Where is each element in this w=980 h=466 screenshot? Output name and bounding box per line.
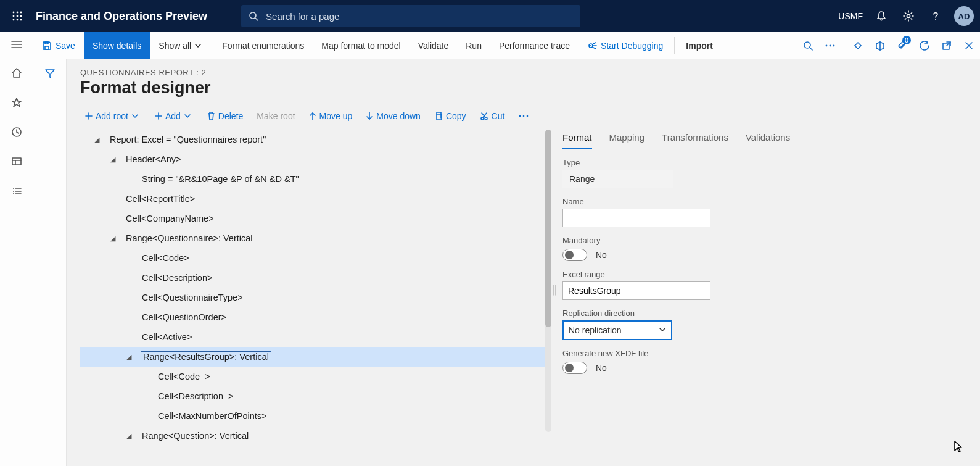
tree-node[interactable]: Cell<Description> (80, 268, 549, 288)
name-input[interactable] (562, 209, 710, 227)
nav-rail (0, 59, 33, 466)
format-tree[interactable]: ◢Report: Excel = "Questionnaires report"… (80, 130, 549, 446)
help-button[interactable] (923, 4, 948, 28)
save-button[interactable]: Save (33, 32, 84, 59)
copy-label: Copy (446, 111, 466, 121)
tree-node-label: Cell<Code_> (157, 371, 212, 382)
company-selector[interactable]: USMF (838, 11, 863, 21)
tree-expand-icon[interactable]: ◢ (107, 156, 118, 164)
nav-toggle-button[interactable] (11, 40, 22, 51)
tree-node[interactable]: Cell<Code> (80, 248, 549, 268)
workspaces-icon[interactable] (9, 154, 24, 169)
xfdf-toggle[interactable] (562, 362, 587, 374)
copy-button[interactable]: Copy (429, 109, 471, 123)
show-all-button[interactable]: Show all (150, 32, 213, 59)
breadcrumb[interactable]: QUESTIONNAIRES REPORT : 2 (80, 68, 980, 77)
global-search-input[interactable] (265, 10, 573, 22)
mandatory-value: No (596, 250, 607, 260)
mandatory-toggle[interactable] (562, 249, 587, 261)
tree-node[interactable]: Cell<QuestionnaireType> (80, 288, 549, 307)
run-button[interactable]: Run (457, 32, 490, 59)
chevron-down-icon (659, 325, 666, 335)
add-button[interactable]: Add (150, 109, 199, 123)
tab-transformations[interactable]: Transformations (662, 130, 728, 149)
svg-point-24 (833, 44, 835, 46)
debug-icon (587, 41, 597, 51)
tab-format[interactable]: Format (562, 130, 592, 149)
app-header: Finance and Operations Preview USMF AD (0, 0, 980, 32)
tab-validations[interactable]: Validations (746, 130, 790, 149)
start-debugging-button[interactable]: Start Debugging (579, 32, 672, 59)
tree-node[interactable]: ◢Range<Question>: Vertical (80, 426, 549, 446)
xfdf-value: No (596, 363, 607, 373)
global-search[interactable] (241, 5, 580, 27)
tree-node-label: Header<Any> (125, 154, 182, 165)
cut-button[interactable]: Cut (475, 109, 510, 123)
more-actions-button[interactable] (513, 112, 537, 120)
settings-button[interactable] (896, 4, 921, 28)
tree-node[interactable]: ◢Range<ResultsGroup>: Vertical (80, 347, 549, 367)
tree-node[interactable]: String = "&R&10Page &P of &N &D &T" (80, 169, 549, 189)
tree-expand-icon[interactable]: ◢ (123, 432, 134, 440)
performance-trace-button[interactable]: Performance trace (490, 32, 579, 59)
map-format-button[interactable]: Map format to model (313, 32, 409, 59)
attachments-button[interactable]: 0 (891, 32, 913, 59)
svg-point-23 (830, 44, 831, 46)
format-enumerations-button[interactable]: Format enumerations (213, 32, 313, 59)
tree-expand-icon[interactable]: ◢ (107, 235, 118, 243)
favorites-icon[interactable] (9, 95, 24, 110)
close-button[interactable] (958, 32, 980, 59)
command-bar: Save Show details Show all Format enumer… (0, 32, 980, 59)
svg-rect-31 (12, 158, 21, 165)
move-up-button[interactable]: Move up (304, 109, 358, 123)
replication-select[interactable]: No replication (562, 320, 672, 340)
cursor-icon (954, 441, 963, 455)
tree-node[interactable]: Cell<MaxNumberOfPoints> (80, 406, 549, 426)
cut-label: Cut (492, 111, 505, 121)
add-label: Add (165, 111, 181, 121)
personalize-button[interactable] (847, 32, 869, 59)
page-options-button[interactable] (869, 32, 891, 59)
add-root-button[interactable]: Add root (80, 109, 146, 123)
tree-node[interactable]: ◢Header<Any> (80, 149, 549, 169)
tree-node[interactable]: Cell<Active> (80, 327, 549, 347)
tab-mapping[interactable]: Mapping (609, 130, 645, 149)
page-body: QUESTIONNAIRES REPORT : 2 Format designe… (0, 59, 980, 466)
tree-node[interactable]: Cell<Code_> (80, 367, 549, 386)
tree-node[interactable]: Cell<QuestionOrder> (80, 307, 549, 327)
overflow-button[interactable] (819, 32, 841, 59)
tree-node[interactable]: Cell<CompanyName> (80, 209, 549, 228)
validate-button[interactable]: Validate (410, 32, 458, 59)
tree-node[interactable]: ◢Range<Questionnaire>: Vertical (80, 228, 549, 248)
excel-range-input[interactable] (562, 281, 710, 300)
tree-expand-icon[interactable]: ◢ (91, 136, 102, 144)
refresh-button[interactable] (913, 32, 936, 59)
app-launcher-button[interactable] (6, 5, 28, 27)
modules-icon[interactable] (9, 184, 24, 199)
replication-value: No replication (569, 325, 622, 335)
show-details-button[interactable]: Show details (84, 32, 150, 59)
tree-expand-icon[interactable]: ◢ (123, 353, 134, 361)
move-down-button[interactable]: Move down (361, 109, 426, 123)
home-icon[interactable] (9, 65, 24, 80)
tree-node-label: String = "&R&10Page &P of &N &D &T" (141, 173, 300, 185)
svg-point-3 (13, 15, 15, 17)
tree-scrollbar[interactable] (545, 130, 551, 432)
tree-node[interactable]: Cell<Description_> (80, 386, 549, 406)
import-button[interactable]: Import (677, 32, 722, 59)
user-avatar[interactable]: AD (954, 6, 974, 26)
delete-button[interactable]: Delete (202, 109, 248, 123)
make-root-button: Make root (252, 109, 300, 123)
toolbar-search-button[interactable] (797, 32, 819, 59)
filter-button[interactable] (44, 68, 56, 466)
page-title: Format designer (80, 78, 980, 98)
make-root-label: Make root (257, 111, 295, 121)
separator (844, 37, 844, 54)
recent-icon[interactable] (9, 125, 24, 139)
tree-node[interactable]: ◢Report: Excel = "Questionnaires report" (80, 130, 549, 149)
tree-node[interactable]: Cell<ReportTitle> (80, 189, 549, 209)
move-up-label: Move up (319, 111, 353, 121)
notifications-button[interactable] (869, 4, 894, 28)
svg-point-36 (13, 191, 14, 192)
popout-button[interactable] (936, 32, 958, 59)
